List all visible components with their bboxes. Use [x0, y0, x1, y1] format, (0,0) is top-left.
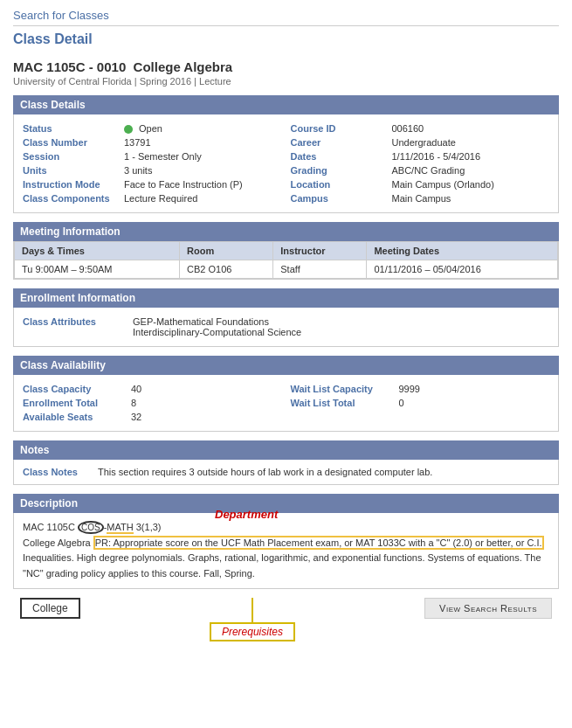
- meeting-instructor: Staff: [273, 260, 367, 279]
- math-underline: MATH: [107, 522, 133, 534]
- class-notes-row: Class Notes This section requires 3 outs…: [23, 467, 549, 477]
- page-wrapper: Search for Classes Class Detail MAC 1105…: [0, 0, 572, 650]
- prereq-vertical-line: [252, 598, 253, 622]
- college-box: College: [20, 598, 80, 619]
- meeting-dates: 01/11/2016 – 05/04/2016: [367, 260, 558, 279]
- meeting-col-room: Room: [180, 242, 273, 260]
- class-details-header: Class Details: [13, 95, 559, 114]
- class-availability-body: Class Capacity 40 Enrollment Total 8 Ava…: [13, 375, 559, 432]
- instruction-mode-row: Instruction Mode Face to Face Instructio…: [23, 177, 282, 191]
- class-attributes-row: Class Attributes GEP-Mathematical Founda…: [23, 315, 549, 339]
- enrollment-info-body: Class Attributes GEP-Mathematical Founda…: [13, 308, 559, 347]
- meeting-col-dates: Meeting Dates: [367, 242, 558, 260]
- available-seats-row: Available Seats 32: [23, 410, 282, 424]
- meeting-row: Tu 9:00AM – 9:50AM CB2 O106 Staff 01/11/…: [15, 260, 558, 279]
- meeting-days-times: Tu 9:00AM – 9:50AM: [15, 260, 180, 279]
- class-capacity-row: Class Capacity 40: [23, 382, 282, 396]
- status-row: Status Open: [23, 121, 282, 135]
- prereq-highlight: PR: Appropriate score on the UCF Math Pl…: [93, 536, 544, 550]
- desc-course-code: MAC 1105C: [23, 522, 78, 532]
- session-row: Session 1 - Semester Only: [23, 149, 282, 163]
- breadcrumb[interactable]: Search for Classes: [13, 9, 559, 26]
- description-header: Description: [13, 494, 559, 513]
- location-row: Location Main Campus (Orlando): [291, 177, 550, 191]
- meeting-room: CB2 O106: [180, 260, 273, 279]
- course-title: MAC 1105C - 0010 College Algebra: [13, 59, 559, 74]
- career-row: Career Undergraduate: [291, 135, 550, 149]
- grading-row: Grading ABC/NC Grading: [291, 163, 550, 177]
- units-row: Units 3 units: [23, 163, 282, 177]
- dates-row: Dates 1/11/2016 - 5/4/2016: [291, 149, 550, 163]
- meeting-info-body: Days & Times Room Instructor Meeting Dat…: [13, 241, 559, 280]
- class-number-row: Class Number 13791: [23, 135, 282, 149]
- meeting-col-days: Days & Times: [15, 242, 180, 260]
- description-body: Department MAC 1105C COS-MATH 3(1,3) Col…: [13, 513, 559, 589]
- enrollment-info-header: Enrollment Information: [13, 288, 559, 308]
- campus-row: Campus Main Campus: [291, 191, 550, 205]
- wait-list-total-row: Wait List Total 0: [291, 396, 550, 410]
- enrollment-total-row: Enrollment Total 8: [23, 396, 282, 410]
- prerequisites-box: Prerequisites: [210, 622, 295, 641]
- college-annotation-area: College: [20, 598, 80, 619]
- page-title: Class Detail: [13, 31, 559, 47]
- view-search-results-button[interactable]: View Search Results: [424, 598, 552, 619]
- department-annotation: Department: [215, 506, 278, 523]
- course-subtitle: University of Central Florida | Spring 2…: [13, 76, 559, 87]
- meeting-table: Days & Times Room Instructor Meeting Dat…: [14, 241, 558, 279]
- wait-list-capacity-row: Wait List Capacity 9999: [291, 382, 550, 396]
- meeting-col-instructor: Instructor: [273, 242, 367, 260]
- cos-circle: COS: [78, 521, 104, 534]
- notes-header: Notes: [13, 440, 559, 460]
- meeting-info-header: Meeting Information: [13, 222, 559, 241]
- course-id-row: Course ID 006160: [291, 121, 550, 135]
- class-availability-header: Class Availability: [13, 356, 559, 375]
- class-components-row: Class Components Lecture Required: [23, 191, 282, 205]
- class-details-body: Status Open Class Number 13791 Session 1…: [13, 114, 559, 213]
- status-open-indicator: [124, 125, 133, 134]
- prereq-annotation-area: Prerequisites: [210, 598, 295, 641]
- notes-body: Class Notes This section requires 3 outs…: [13, 460, 559, 485]
